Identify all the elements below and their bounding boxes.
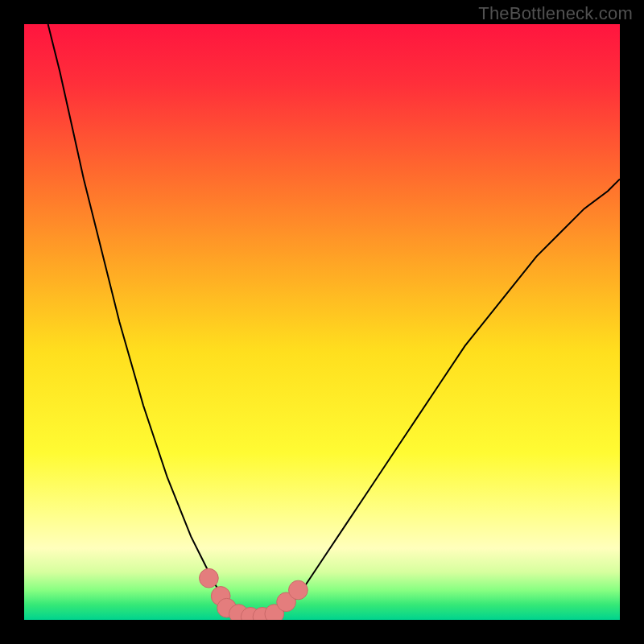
plot-background <box>24 24 620 620</box>
marker-point <box>289 580 308 600</box>
chart-frame: TheBottleneck.com <box>0 0 644 644</box>
watermark-label: TheBottleneck.com <box>478 3 633 24</box>
bottleneck-chart <box>24 24 620 620</box>
marker-point <box>200 568 219 588</box>
